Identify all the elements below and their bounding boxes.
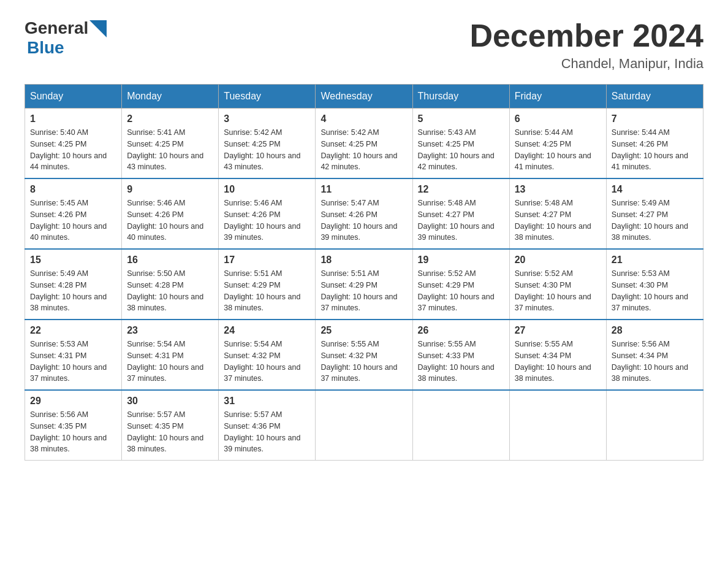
day-number: 11 [320, 184, 407, 195]
day-info: Sunrise: 5:57 AMSunset: 4:35 PMDaylight:… [127, 409, 213, 455]
weekday-header-row: Sunday Monday Tuesday Wednesday Thursday… [25, 85, 703, 109]
table-row: 1 Sunrise: 5:40 AMSunset: 4:25 PMDayligh… [25, 109, 122, 179]
day-number: 25 [320, 325, 407, 336]
day-info: Sunrise: 5:49 AMSunset: 4:28 PMDaylight:… [30, 268, 116, 314]
table-row: 18 Sunrise: 5:51 AMSunset: 4:29 PMDaylig… [316, 249, 412, 320]
day-info: Sunrise: 5:42 AMSunset: 4:25 PMDaylight:… [320, 127, 407, 173]
logo-blue-text: Blue [27, 38, 64, 57]
day-info: Sunrise: 5:54 AMSunset: 4:32 PMDaylight:… [224, 339, 310, 385]
table-row: 6 Sunrise: 5:44 AMSunset: 4:25 PMDayligh… [509, 109, 606, 179]
day-number: 4 [320, 113, 407, 124]
table-row: 4 Sunrise: 5:42 AMSunset: 4:25 PMDayligh… [316, 109, 412, 179]
table-row: 9 Sunrise: 5:46 AMSunset: 4:26 PMDayligh… [122, 178, 219, 249]
calendar-week-row: 22 Sunrise: 5:53 AMSunset: 4:31 PMDaylig… [25, 320, 703, 390]
day-info: Sunrise: 5:46 AMSunset: 4:26 PMDaylight:… [127, 197, 213, 243]
table-row: 25 Sunrise: 5:55 AMSunset: 4:32 PMDaylig… [316, 320, 412, 390]
header-friday: Friday [509, 85, 606, 109]
day-info: Sunrise: 5:57 AMSunset: 4:36 PMDaylight:… [224, 409, 310, 455]
day-number: 18 [320, 255, 407, 266]
title-area: December 2024 Chandel, Manipur, India [469, 18, 703, 72]
table-row: 19 Sunrise: 5:52 AMSunset: 4:29 PMDaylig… [412, 249, 509, 320]
table-row: 12 Sunrise: 5:48 AMSunset: 4:27 PMDaylig… [412, 178, 509, 249]
day-number: 23 [127, 325, 213, 336]
day-info: Sunrise: 5:50 AMSunset: 4:28 PMDaylight:… [127, 268, 213, 314]
day-info: Sunrise: 5:40 AMSunset: 4:25 PMDaylight:… [30, 127, 116, 173]
logo-general-text: General [25, 18, 88, 38]
day-number: 20 [515, 255, 601, 266]
header-monday: Monday [122, 85, 219, 109]
table-row: 21 Sunrise: 5:53 AMSunset: 4:30 PMDaylig… [606, 249, 703, 320]
day-number: 15 [30, 255, 116, 266]
table-row [606, 390, 703, 461]
table-row: 16 Sunrise: 5:50 AMSunset: 4:28 PMDaylig… [122, 249, 219, 320]
day-info: Sunrise: 5:48 AMSunset: 4:27 PMDaylight:… [418, 197, 504, 243]
table-row: 8 Sunrise: 5:45 AMSunset: 4:26 PMDayligh… [25, 178, 122, 249]
table-row [316, 390, 412, 461]
calendar-week-row: 15 Sunrise: 5:49 AMSunset: 4:28 PMDaylig… [25, 249, 703, 320]
day-number: 29 [30, 396, 116, 407]
table-row: 2 Sunrise: 5:41 AMSunset: 4:25 PMDayligh… [122, 109, 219, 179]
day-info: Sunrise: 5:43 AMSunset: 4:25 PMDaylight:… [418, 127, 504, 173]
day-number: 16 [127, 255, 213, 266]
day-number: 21 [612, 255, 698, 266]
day-info: Sunrise: 5:46 AMSunset: 4:26 PMDaylight:… [224, 197, 310, 243]
day-info: Sunrise: 5:51 AMSunset: 4:29 PMDaylight:… [224, 268, 310, 314]
day-number: 27 [515, 325, 601, 336]
day-info: Sunrise: 5:44 AMSunset: 4:26 PMDaylight:… [612, 127, 698, 173]
day-info: Sunrise: 5:48 AMSunset: 4:27 PMDaylight:… [515, 197, 601, 243]
day-info: Sunrise: 5:56 AMSunset: 4:35 PMDaylight:… [30, 409, 116, 455]
day-number: 2 [127, 113, 213, 124]
day-info: Sunrise: 5:45 AMSunset: 4:26 PMDaylight:… [30, 197, 116, 243]
day-number: 6 [515, 113, 601, 124]
table-row: 30 Sunrise: 5:57 AMSunset: 4:35 PMDaylig… [122, 390, 219, 461]
day-info: Sunrise: 5:49 AMSunset: 4:27 PMDaylight:… [612, 197, 698, 243]
day-number: 24 [224, 325, 310, 336]
table-row: 24 Sunrise: 5:54 AMSunset: 4:32 PMDaylig… [219, 320, 316, 390]
table-row: 29 Sunrise: 5:56 AMSunset: 4:35 PMDaylig… [25, 390, 122, 461]
table-row: 20 Sunrise: 5:52 AMSunset: 4:30 PMDaylig… [509, 249, 606, 320]
header-thursday: Thursday [412, 85, 509, 109]
day-number: 8 [30, 184, 116, 195]
day-number: 19 [418, 255, 504, 266]
table-row: 10 Sunrise: 5:46 AMSunset: 4:26 PMDaylig… [219, 178, 316, 249]
day-number: 28 [612, 325, 698, 336]
day-info: Sunrise: 5:53 AMSunset: 4:31 PMDaylight:… [30, 339, 116, 385]
page-header: General Blue December 2024 Chandel, Mani… [25, 18, 703, 72]
logo-arrow-icon [89, 20, 107, 37]
calendar-week-row: 29 Sunrise: 5:56 AMSunset: 4:35 PMDaylig… [25, 390, 703, 461]
table-row: 23 Sunrise: 5:54 AMSunset: 4:31 PMDaylig… [122, 320, 219, 390]
table-row [509, 390, 606, 461]
day-info: Sunrise: 5:54 AMSunset: 4:31 PMDaylight:… [127, 339, 213, 385]
table-row: 26 Sunrise: 5:55 AMSunset: 4:33 PMDaylig… [412, 320, 509, 390]
header-wednesday: Wednesday [316, 85, 412, 109]
table-row: 22 Sunrise: 5:53 AMSunset: 4:31 PMDaylig… [25, 320, 122, 390]
day-info: Sunrise: 5:44 AMSunset: 4:25 PMDaylight:… [515, 127, 601, 173]
table-row: 17 Sunrise: 5:51 AMSunset: 4:29 PMDaylig… [219, 249, 316, 320]
day-info: Sunrise: 5:56 AMSunset: 4:34 PMDaylight:… [612, 339, 698, 385]
calendar-week-row: 8 Sunrise: 5:45 AMSunset: 4:26 PMDayligh… [25, 178, 703, 249]
day-info: Sunrise: 5:55 AMSunset: 4:33 PMDaylight:… [418, 339, 504, 385]
day-info: Sunrise: 5:41 AMSunset: 4:25 PMDaylight:… [127, 127, 213, 173]
day-number: 22 [30, 325, 116, 336]
table-row: 31 Sunrise: 5:57 AMSunset: 4:36 PMDaylig… [219, 390, 316, 461]
table-row: 28 Sunrise: 5:56 AMSunset: 4:34 PMDaylig… [606, 320, 703, 390]
calendar-table: Sunday Monday Tuesday Wednesday Thursday… [25, 84, 703, 461]
day-number: 10 [224, 184, 310, 195]
day-number: 13 [515, 184, 601, 195]
table-row [412, 390, 509, 461]
logo: General Blue [25, 18, 107, 58]
table-row: 11 Sunrise: 5:47 AMSunset: 4:26 PMDaylig… [316, 178, 412, 249]
table-row: 3 Sunrise: 5:42 AMSunset: 4:25 PMDayligh… [219, 109, 316, 179]
day-info: Sunrise: 5:55 AMSunset: 4:32 PMDaylight:… [320, 339, 407, 385]
day-info: Sunrise: 5:55 AMSunset: 4:34 PMDaylight:… [515, 339, 601, 385]
day-number: 12 [418, 184, 504, 195]
location-subtitle: Chandel, Manipur, India [469, 56, 703, 72]
svg-marker-0 [89, 20, 107, 37]
day-number: 5 [418, 113, 504, 124]
day-info: Sunrise: 5:42 AMSunset: 4:25 PMDaylight:… [224, 127, 310, 173]
day-number: 1 [30, 113, 116, 124]
table-row: 14 Sunrise: 5:49 AMSunset: 4:27 PMDaylig… [606, 178, 703, 249]
day-number: 3 [224, 113, 310, 124]
header-saturday: Saturday [606, 85, 703, 109]
day-number: 7 [612, 113, 698, 124]
